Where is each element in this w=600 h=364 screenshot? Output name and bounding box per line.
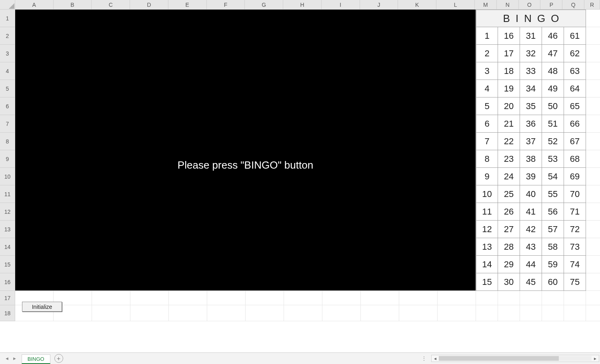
row-head-6[interactable]: 6: [0, 97, 15, 115]
bingo-cell[interactable]: 60: [542, 273, 564, 291]
bingo-cell[interactable]: 51: [542, 115, 564, 133]
bingo-cell[interactable]: 4: [476, 80, 498, 97]
row-head-2[interactable]: 2: [0, 27, 15, 45]
cell[interactable]: [586, 185, 600, 203]
cell[interactable]: [130, 305, 169, 321]
cell[interactable]: [322, 305, 361, 321]
bingo-cell[interactable]: 57: [542, 221, 564, 238]
bingo-cell[interactable]: 68: [564, 150, 586, 168]
bingo-cell[interactable]: 23: [498, 150, 520, 168]
cell[interactable]: [586, 10, 600, 27]
cell[interactable]: [564, 291, 586, 305]
row-head-5[interactable]: 5: [0, 80, 15, 97]
cell[interactable]: [586, 80, 600, 97]
col-head-P[interactable]: P: [540, 0, 562, 10]
bingo-cell[interactable]: 37: [520, 133, 542, 150]
bingo-cell[interactable]: 43: [520, 238, 542, 256]
cell[interactable]: [586, 203, 600, 221]
col-head-C[interactable]: C: [92, 0, 130, 10]
bingo-cell[interactable]: 52: [542, 133, 564, 150]
bingo-cell[interactable]: 41: [520, 203, 542, 221]
cell[interactable]: [246, 305, 284, 321]
bingo-cell[interactable]: 3: [476, 62, 498, 80]
cell[interactable]: [586, 168, 600, 185]
bingo-cell[interactable]: 10: [476, 185, 498, 203]
cell[interactable]: [586, 27, 600, 45]
bingo-cell[interactable]: 53: [542, 150, 564, 168]
bingo-cell[interactable]: 6: [476, 115, 498, 133]
cell[interactable]: [564, 305, 586, 321]
bingo-cell[interactable]: 64: [564, 80, 586, 97]
cell[interactable]: [542, 291, 564, 305]
bingo-cell[interactable]: 58: [542, 238, 564, 256]
bingo-cell[interactable]: 2: [476, 45, 498, 62]
bingo-cell[interactable]: 5: [476, 97, 498, 115]
cell[interactable]: [498, 291, 520, 305]
cell[interactable]: [169, 291, 207, 305]
bingo-cell[interactable]: 18: [498, 62, 520, 80]
col-head-I[interactable]: I: [322, 0, 360, 10]
row-head-9[interactable]: 9: [0, 150, 15, 168]
cell[interactable]: [476, 291, 498, 305]
bingo-cell[interactable]: 65: [564, 97, 586, 115]
bingo-cell[interactable]: 24: [498, 168, 520, 185]
bingo-cell[interactable]: 27: [498, 221, 520, 238]
col-head-A[interactable]: A: [15, 0, 54, 10]
bingo-cell[interactable]: 59: [542, 256, 564, 273]
row-head-1[interactable]: 1: [0, 10, 15, 27]
col-head-B[interactable]: B: [54, 0, 92, 10]
bingo-cell[interactable]: 75: [564, 273, 586, 291]
row-head-12[interactable]: 12: [0, 203, 15, 221]
cell[interactable]: [169, 305, 207, 321]
bingo-cell[interactable]: 46: [542, 27, 564, 45]
bingo-cell[interactable]: 7: [476, 133, 498, 150]
bingo-cell[interactable]: 9: [476, 168, 498, 185]
cell[interactable]: [361, 291, 399, 305]
cell[interactable]: [246, 291, 284, 305]
bingo-cell[interactable]: 74: [564, 256, 586, 273]
bingo-cell[interactable]: 39: [520, 168, 542, 185]
cell[interactable]: [586, 291, 600, 305]
bingo-cell[interactable]: 69: [564, 168, 586, 185]
bingo-cell[interactable]: 47: [542, 45, 564, 62]
row-head-14[interactable]: 14: [0, 238, 15, 256]
bingo-cell[interactable]: 73: [564, 238, 586, 256]
col-head-K[interactable]: K: [398, 0, 436, 10]
col-head-E[interactable]: E: [168, 0, 207, 10]
bingo-cell[interactable]: 70: [564, 185, 586, 203]
bingo-cell[interactable]: 17: [498, 45, 520, 62]
cell[interactable]: [520, 291, 542, 305]
bingo-cell[interactable]: 36: [520, 115, 542, 133]
bingo-cell[interactable]: 30: [498, 273, 520, 291]
cell[interactable]: [361, 305, 399, 321]
bingo-cell[interactable]: 56: [542, 203, 564, 221]
bingo-cell[interactable]: 38: [520, 150, 542, 168]
bingo-cell[interactable]: 67: [564, 133, 586, 150]
bingo-cell[interactable]: 44: [520, 256, 542, 273]
row-head-17[interactable]: 17: [0, 291, 15, 305]
row-head-16[interactable]: 16: [0, 273, 15, 291]
col-head-H[interactable]: H: [283, 0, 322, 10]
bingo-cell[interactable]: 25: [498, 185, 520, 203]
bingo-cell[interactable]: 62: [564, 45, 586, 62]
col-head-Q[interactable]: Q: [562, 0, 584, 10]
cell[interactable]: [92, 291, 130, 305]
bingo-header[interactable]: BINGO: [476, 10, 586, 27]
bingo-cell[interactable]: 72: [564, 221, 586, 238]
bingo-cell[interactable]: 45: [520, 273, 542, 291]
initialize-button[interactable]: Initialize: [22, 302, 62, 312]
bingo-cell[interactable]: 11: [476, 203, 498, 221]
bingo-cell[interactable]: 61: [564, 27, 586, 45]
bingo-cell[interactable]: 66: [564, 115, 586, 133]
cell[interactable]: [542, 305, 564, 321]
bingo-cell[interactable]: 26: [498, 203, 520, 221]
cell[interactable]: [586, 256, 600, 273]
bingo-cell[interactable]: 42: [520, 221, 542, 238]
bingo-cell[interactable]: 1: [476, 27, 498, 45]
row-head-11[interactable]: 11: [0, 185, 15, 203]
bingo-cell[interactable]: 16: [498, 27, 520, 45]
bingo-cell[interactable]: 32: [520, 45, 542, 62]
row-head-3[interactable]: 3: [0, 45, 15, 62]
cell[interactable]: [586, 115, 600, 133]
bingo-cell[interactable]: 50: [542, 97, 564, 115]
